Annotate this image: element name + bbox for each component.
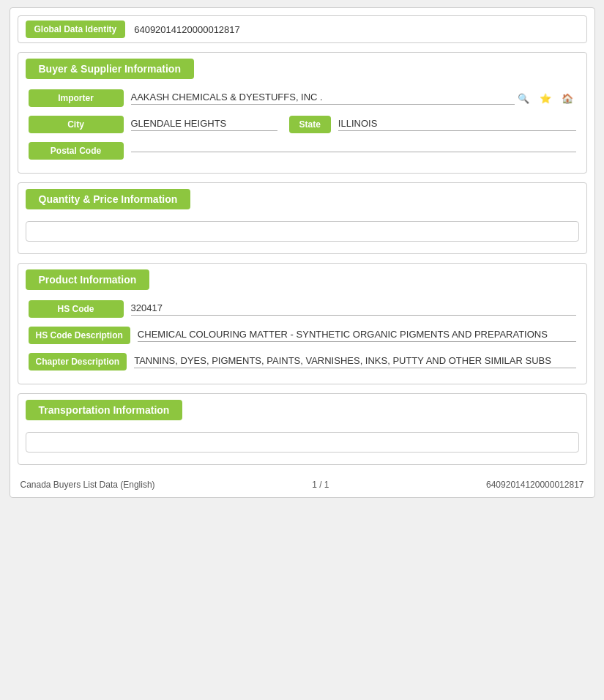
global-id-row: Global Data Identity 6409201412000001281…	[18, 15, 587, 43]
hs-code-desc-value: CHEMICAL COLOURING MATTER - SYNTHETIC OR…	[138, 329, 576, 342]
global-id-value: 64092014120000012817	[134, 24, 240, 35]
search-icon[interactable]: 🔍	[515, 89, 532, 107]
icons-group: 🔍 ⭐ 🏠	[515, 89, 576, 107]
product-info-panel: Product Information HS Code 320417 HS Co…	[18, 263, 587, 384]
transportation-header: Transportation Information	[26, 400, 183, 420]
chapter-desc-label: Chapter Description	[29, 353, 127, 371]
global-id-label: Global Data Identity	[26, 21, 126, 38]
footer-left: Canada Buyers List Data (English)	[20, 480, 155, 490]
hs-code-row: HS Code 320417	[18, 297, 586, 321]
postal-code-row: Postal Code	[18, 139, 586, 163]
city-state-row: City GLENDALE HEIGHTS State ILLINOIS	[18, 113, 586, 136]
footer-row: Canada Buyers List Data (English) 1 / 1 …	[18, 474, 587, 490]
city-value: GLENDALE HEIGHTS	[131, 118, 277, 131]
buyer-supplier-header: Buyer & Supplier Information	[26, 59, 194, 79]
hs-code-label: HS Code	[29, 300, 124, 318]
city-label: City	[29, 116, 124, 133]
quantity-price-header: Quantity & Price Information	[26, 189, 191, 209]
hs-code-desc-label: HS Code Description	[29, 327, 130, 344]
buyer-supplier-panel: Buyer & Supplier Information Importer AA…	[18, 52, 587, 174]
postal-code-label: Postal Code	[29, 142, 124, 160]
importer-label: Importer	[29, 89, 124, 107]
importer-value: AAKASH CHEMICALS & DYESTUFFS, INC .	[131, 92, 515, 105]
state-label: State	[289, 116, 331, 133]
hs-code-desc-row: HS Code Description CHEMICAL COLOURING M…	[18, 324, 586, 347]
quantity-price-panel: Quantity & Price Information	[18, 182, 587, 254]
home-icon[interactable]: 🏠	[559, 89, 576, 107]
footer-right: 64092014120000012817	[486, 480, 584, 490]
footer-center: 1 / 1	[312, 480, 329, 490]
postal-code-value	[131, 150, 576, 152]
importer-row: Importer AAKASH CHEMICALS & DYESTUFFS, I…	[18, 86, 586, 110]
state-value: ILLINOIS	[338, 118, 576, 131]
hs-code-value: 320417	[131, 302, 576, 316]
product-info-header: Product Information	[26, 269, 150, 290]
chapter-desc-value: TANNINS, DYES, PIGMENTS, PAINTS, VARNISH…	[134, 355, 575, 368]
chapter-desc-row: Chapter Description TANNINS, DYES, PIGME…	[18, 350, 586, 373]
quantity-price-inner	[26, 221, 579, 242]
main-container: Global Data Identity 6409201412000001281…	[10, 7, 595, 498]
star-icon[interactable]: ⭐	[537, 89, 554, 107]
transportation-inner	[26, 432, 579, 453]
transportation-panel: Transportation Information	[18, 393, 587, 465]
